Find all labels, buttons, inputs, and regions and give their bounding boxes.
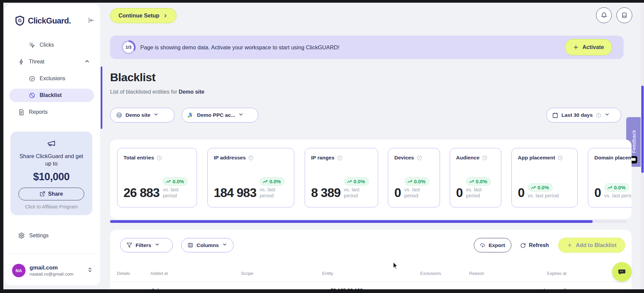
columns-button[interactable]: Columns <box>181 238 234 252</box>
trend-badge: 0.0% <box>163 177 188 186</box>
trend-up-icon <box>607 186 612 189</box>
screen: G ClickGuard. Clicks Threat Exclusions B… <box>0 0 644 293</box>
column-header-scope[interactable]: Scope <box>241 271 253 276</box>
svg-text:?: ? <box>559 156 561 159</box>
promo-amount: $10,000 <box>10 171 92 183</box>
svg-text:?: ? <box>598 114 599 117</box>
refresh-button[interactable]: Refresh <box>520 240 549 250</box>
chevron-down-icon <box>155 242 160 248</box>
horizontal-scrollbar <box>110 220 627 223</box>
chevrons-up-down-icon <box>87 267 93 274</box>
sidebar-scrollbar-thumb[interactable] <box>101 66 102 129</box>
trend-badge: 0.0% <box>604 183 629 192</box>
help-icon[interactable]: ? <box>156 155 162 161</box>
column-header-entity[interactable]: Entity <box>322 271 333 276</box>
stat-caption: vs. last period <box>163 187 188 199</box>
stat-card-audience: Audience? 0 0.0% vs. last period <box>450 148 501 207</box>
stats-panel: Total entries? 26 883 0.0% vs. last peri… <box>110 140 632 219</box>
date-range-selector[interactable]: Last 30 days ? <box>546 108 621 123</box>
sidebar-item-blacklist[interactable]: Blacklist <box>9 89 94 102</box>
cell-entity: 72.125.32.138 <box>331 287 363 289</box>
trend-badge: 0.0% <box>344 177 369 186</box>
column-header-reason[interactable]: Reason <box>469 271 484 276</box>
horizontal-scrollbar-thumb[interactable] <box>110 220 593 223</box>
trend-up-icon <box>531 186 536 189</box>
help-icon[interactable]: ? <box>248 155 254 161</box>
stat-value: 0 <box>594 187 601 199</box>
collapse-sidebar-icon[interactable] <box>88 17 95 25</box>
promo-caption: Click to Affiliate Program <box>10 204 92 209</box>
help-icon[interactable]: ? <box>482 155 488 161</box>
add-to-blacklist-button[interactable]: Add to Blacklist <box>558 238 625 253</box>
stat-label: Devices <box>394 155 414 161</box>
filters-button[interactable]: Filters <box>120 238 173 252</box>
stat-caption: vs. last period <box>528 193 559 199</box>
feedback-label: Feedback <box>631 130 637 153</box>
user-email: naatali.ro@gmail.com <box>30 272 73 277</box>
column-header-expires-at[interactable]: Expires at <box>547 271 566 276</box>
help-icon[interactable]: ? <box>557 155 563 161</box>
trend-badge: 0.0% <box>466 177 491 186</box>
sidebar-item-label: Blacklist <box>40 92 62 98</box>
avatar: NA <box>12 264 26 277</box>
export-label: Export <box>489 242 505 248</box>
sidebar-item-label: Clicks <box>40 42 54 48</box>
export-button[interactable]: Export <box>474 238 511 252</box>
table-header-divider <box>110 282 632 282</box>
stat-caption: vs. last period <box>404 187 429 199</box>
cursor-click-icon <box>29 42 35 48</box>
svg-text:?: ? <box>418 156 420 159</box>
svg-text:?: ? <box>250 156 252 159</box>
column-header-exclusions[interactable]: Exclusions <box>420 271 441 276</box>
continue-setup-button[interactable]: Continue Setup <box>110 8 177 23</box>
share-button[interactable]: Share <box>18 188 84 200</box>
workspace-switcher[interactable]: NA gmail.com naatali.ro@gmail.com <box>12 263 95 278</box>
vertical-scrollbar-thumb[interactable] <box>641 86 644 173</box>
affiliate-promo-card[interactable]: Share ClickGuard and get up to $10,000 S… <box>10 132 92 215</box>
stat-label: App placement <box>518 155 555 161</box>
docs-button[interactable] <box>616 7 632 23</box>
chevron-down-icon <box>238 112 244 118</box>
book-icon <box>621 12 628 18</box>
sidebar-item-clicks[interactable]: Clicks <box>9 38 94 52</box>
filters-label: Filters <box>136 242 151 248</box>
column-header-added-at[interactable]: Added at <box>150 271 168 276</box>
megaphone-icon <box>47 139 56 148</box>
sidebar-item-exclusions[interactable]: Exclusions <box>9 72 94 85</box>
sidebar-item-label: Exclusions <box>40 76 65 82</box>
ppc-account-selector[interactable]: Demo PPC ac... <box>182 108 258 123</box>
svg-text:G: G <box>18 18 22 23</box>
stat-value: 8 389 <box>311 187 341 199</box>
trend-up-icon <box>469 180 474 183</box>
banner-message: Page is showing demo data. Activate your… <box>140 36 339 59</box>
cloud-download-icon <box>480 242 485 248</box>
stat-label: IP addresses <box>214 155 246 161</box>
chat-launcher-button[interactable] <box>612 262 632 282</box>
vertical-scrollbar <box>641 3 644 289</box>
trend-up-icon <box>263 180 268 183</box>
logo-text: ClickGuard. <box>28 16 71 26</box>
sidebar-item-settings[interactable]: Settings <box>9 229 94 242</box>
sidebar-item-reports[interactable]: Reports <box>9 105 94 119</box>
external-link-icon <box>40 191 45 197</box>
svg-text:?: ? <box>339 156 341 159</box>
stat-card-total-entries: Total entries? 26 883 0.0% vs. last peri… <box>117 148 197 207</box>
activate-button[interactable]: Activate <box>565 39 612 55</box>
stat-label: IP ranges <box>311 155 335 161</box>
stat-caption: vs. last period <box>260 187 285 199</box>
site-selector[interactable]: Demo site <box>110 108 175 123</box>
sidebar-item-threat[interactable]: Threat <box>9 55 94 68</box>
logo: G ClickGuard. <box>15 14 95 28</box>
chevron-right-icon <box>163 13 168 18</box>
column-header-details[interactable]: Details <box>117 271 130 276</box>
stat-value: 0 <box>518 187 525 199</box>
page-title: Blacklist <box>110 71 155 84</box>
demo-data-banner: 1/3 Page is showing demo data. Activate … <box>110 36 624 59</box>
promo-text: Share ClickGuard and get up to <box>19 152 83 167</box>
chevron-up-icon <box>84 58 90 65</box>
stat-value: 0 <box>456 187 463 199</box>
trend-badge: 0.0% <box>404 177 429 186</box>
help-icon[interactable]: ? <box>337 155 343 161</box>
notifications-button[interactable] <box>596 7 612 23</box>
help-icon[interactable]: ? <box>416 155 422 161</box>
